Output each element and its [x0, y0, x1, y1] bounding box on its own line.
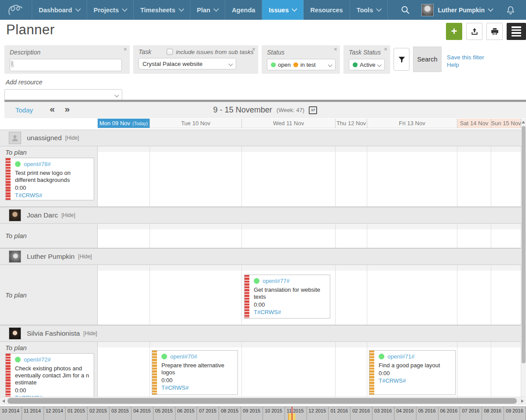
day-cell[interactable]	[457, 146, 491, 206]
task-card-72[interactable]: openI#72# Check existing photos and even…	[5, 353, 94, 398]
scroll-up-icon[interactable]	[522, 121, 525, 123]
vertical-scrollbar[interactable]	[521, 119, 526, 397]
task-link[interactable]: T#CRWS#	[15, 192, 90, 199]
day-header-sun[interactable]: Sun 15 Nov	[491, 119, 521, 128]
day-cell[interactable]	[457, 224, 491, 248]
calendar-picker-icon[interactable]: 17	[309, 106, 317, 114]
print-button[interactable]	[486, 23, 503, 40]
issue-link[interactable]: openI#71#	[387, 353, 414, 360]
task-card-71[interactable]: openI#71# Find a good page layout 0:00 T…	[369, 350, 456, 395]
day-cell[interactable]	[491, 265, 521, 325]
issue-link[interactable]: openI#77#	[263, 278, 289, 284]
timeline-month[interactable]: 12 2014	[44, 407, 66, 420]
day-header-sat[interactable]: Sat 14 Nov	[457, 119, 491, 128]
close-icon[interactable]: ×	[334, 46, 337, 52]
status-select[interactable]: open in test	[267, 59, 336, 70]
day-cell[interactable]	[336, 224, 367, 248]
task-card-78[interactable]: openI#78# Test print new logo on differe…	[5, 158, 94, 200]
day-cell[interactable]	[98, 342, 150, 400]
help-link[interactable]: Help	[447, 62, 484, 69]
day-cell[interactable]	[457, 265, 491, 325]
nav-item-agenda[interactable]: Agenda	[225, 0, 262, 20]
day-cell[interactable]	[367, 265, 457, 325]
task-status-select[interactable]: Active	[349, 59, 385, 70]
timeline-month[interactable]: 08 2015	[219, 407, 241, 420]
task-card-70[interactable]: openI#70# Prepare three alternative logo…	[152, 350, 238, 395]
to-plan-cell[interactable]: To plan	[0, 224, 98, 248]
timeline-month[interactable]: 07 2015	[197, 407, 219, 420]
timeline-month[interactable]: 02 2016	[351, 407, 373, 420]
day-header-tue[interactable]: Tue 10 Nov	[150, 119, 242, 128]
timeline-month[interactable]: 07 2016	[460, 407, 482, 420]
task-link[interactable]: T#CRWS#	[379, 377, 452, 384]
nav-item-timesheets[interactable]: Timesheets	[134, 0, 190, 20]
timeline-month[interactable]: 11 2014	[22, 407, 44, 420]
filter-funnel-button[interactable]	[394, 48, 409, 71]
timeline-month[interactable]: 06 2016	[438, 407, 460, 420]
timeline-month[interactable]: 06 2015	[175, 407, 197, 420]
task-select[interactable]: Crystal Palace website	[139, 58, 236, 69]
timeline-month[interactable]: 12 2015	[307, 407, 329, 420]
hide-link[interactable]: [Hide]	[62, 212, 75, 218]
day-cell[interactable]	[150, 146, 242, 206]
task-link[interactable]: T#CRWS#	[254, 309, 326, 315]
nav-item-issues[interactable]: Issues	[262, 0, 303, 20]
add-resource-select[interactable]	[4, 89, 122, 101]
day-cell[interactable]	[242, 342, 336, 400]
day-cell[interactable]	[98, 146, 150, 206]
day-cell[interactable]	[242, 146, 336, 206]
vertical-scrollbar-thumb[interactable]	[522, 126, 526, 363]
menu-button[interactable]	[507, 23, 526, 40]
timeline-month[interactable]: 08 2016	[482, 407, 504, 420]
timeline-month[interactable]: 01 2016	[329, 407, 351, 420]
timeline-month[interactable]: 03 2015	[110, 407, 132, 420]
timeline-month[interactable]: 10 2015	[263, 407, 285, 420]
nav-item-dashboard[interactable]: Dashboard	[32, 0, 87, 20]
search-button[interactable]: Search	[413, 47, 442, 72]
day-cell[interactable]	[336, 146, 367, 206]
day-cell[interactable]	[367, 224, 457, 248]
app-logo-icon[interactable]	[0, 0, 32, 20]
issue-link[interactable]: openI#72#	[24, 356, 51, 363]
day-cell-wed[interactable]: openI#77# Get translation for website te…	[242, 265, 336, 325]
task-link[interactable]: T#CRWS#	[161, 384, 234, 391]
scroll-left-icon[interactable]	[2, 399, 5, 403]
to-plan-cell[interactable]: To plan openI#78# Test print new logo on…	[0, 146, 98, 206]
export-button[interactable]	[466, 23, 482, 40]
hide-link[interactable]: [Hide]	[78, 253, 92, 260]
timeline-month[interactable]: 04 2016	[394, 407, 416, 420]
timeline-month[interactable]: 03 2016	[373, 407, 394, 420]
timeline-month[interactable]: 05 2016	[416, 407, 438, 420]
day-cell[interactable]	[367, 146, 457, 206]
task-card-77[interactable]: openI#77# Get translation for website te…	[244, 275, 330, 319]
close-icon[interactable]: ×	[252, 46, 256, 52]
description-input[interactable]: QBE	[10, 59, 122, 71]
nav-item-resources[interactable]: Resources	[303, 0, 350, 20]
nav-item-plan[interactable]: Plan	[190, 0, 226, 20]
close-icon[interactable]: ×	[384, 46, 387, 52]
horizontal-scrollbar-thumb[interactable]	[7, 398, 517, 404]
close-icon[interactable]: ×	[124, 46, 127, 52]
issue-link[interactable]: openI#70#	[170, 353, 197, 360]
day-cell[interactable]	[457, 342, 491, 400]
day-cell[interactable]	[150, 224, 242, 248]
day-cell[interactable]	[242, 224, 336, 248]
timeline-month[interactable]: 04 2015	[132, 407, 153, 420]
user-menu[interactable]: Luther Pumpkin	[438, 7, 493, 14]
day-header-thu[interactable]: Thu 12 Nov	[336, 119, 367, 128]
day-cell[interactable]	[491, 146, 521, 206]
day-cell[interactable]	[336, 265, 367, 325]
day-header-fri[interactable]: Fri 13 Nov	[367, 119, 457, 128]
day-header-mon[interactable]: Mon 09 Nov(Today)	[98, 119, 150, 128]
day-cell-tue[interactable]: openI#70# Prepare three alternative logo…	[150, 342, 242, 400]
timeline-month[interactable]: 09 2016	[504, 407, 526, 420]
user-avatar[interactable]	[421, 4, 434, 16]
day-cell[interactable]	[98, 265, 150, 325]
timeline-month[interactable]: 10 2014	[0, 407, 22, 420]
to-plan-cell[interactable]: To plan	[0, 265, 98, 325]
timeline-month[interactable]: 11 2015	[285, 407, 307, 420]
search-icon[interactable]	[401, 5, 410, 14]
nav-item-projects[interactable]: Projects	[87, 0, 134, 20]
nav-item-tools[interactable]: Tools	[350, 0, 388, 20]
to-plan-cell[interactable]: To plan openI#72# Check existing photos …	[0, 342, 98, 400]
